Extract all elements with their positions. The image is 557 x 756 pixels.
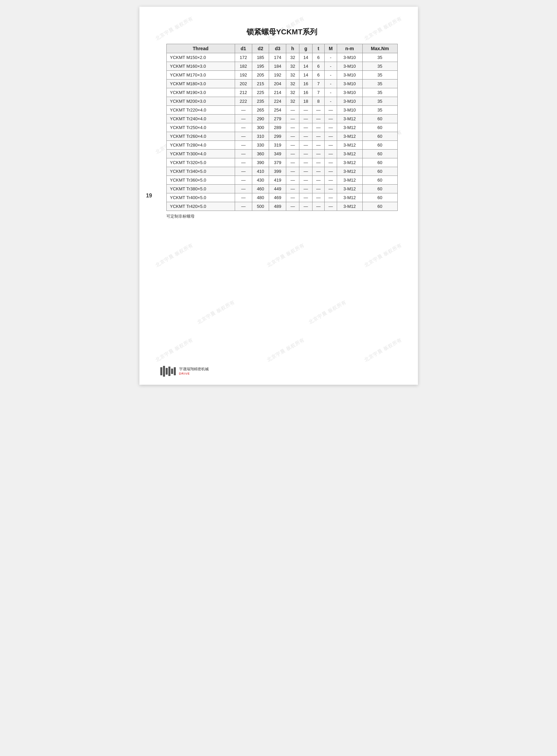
table-cell-r10-c2: 330 [252, 141, 269, 149]
table-cell-r0-c7: - [325, 53, 337, 62]
svg-rect-0 [160, 367, 162, 375]
table-cell-r15-c6: — [312, 185, 324, 193]
table-cell-r4-c8: 3-M10 [337, 88, 362, 97]
table-cell-r12-c0: YCKMT Tr320×5.0 [166, 158, 235, 167]
page-title: 锁紧螺母YCKMT系列 [166, 27, 398, 37]
table-cell-r2-c1: 192 [235, 71, 252, 80]
table-cell-r7-c7: — [325, 115, 337, 123]
table-row: YCKMT Tr300×4.0—360349————3-M1260 [166, 149, 398, 158]
svg-rect-4 [171, 369, 173, 374]
table-cell-r11-c8: 3-M12 [337, 149, 362, 158]
table-cell-r0-c6: 6 [312, 53, 324, 62]
table-cell-r2-c6: 6 [312, 71, 324, 80]
table-cell-r4-c3: 214 [269, 88, 286, 97]
brand-label: DRIVE [179, 372, 209, 376]
table-cell-r0-c9: 35 [362, 53, 398, 62]
table-cell-r0-c3: 174 [269, 53, 286, 62]
table-cell-r11-c9: 60 [362, 149, 398, 158]
table-cell-r6-c0: YCKMT Tr220×4.0 [166, 106, 235, 115]
table-cell-r8-c9: 60 [362, 123, 398, 132]
table-cell-r10-c3: 319 [269, 141, 286, 149]
table-cell-r6-c9: 35 [362, 106, 398, 115]
table-cell-r1-c7: - [325, 62, 337, 71]
table-cell-r7-c0: YCKMT Tr240×4.0 [166, 115, 235, 123]
table-cell-r17-c6: — [312, 202, 324, 211]
table-cell-r15-c9: 60 [362, 185, 398, 193]
table-header-t: t [312, 44, 324, 53]
table-cell-r10-c1: — [235, 141, 252, 149]
table-cell-r3-c8: 3-M10 [337, 80, 362, 88]
table-cell-r11-c2: 360 [252, 149, 269, 158]
table-cell-r2-c9: 35 [362, 71, 398, 80]
table-row: YCKMT M160×3.018219518432146-3-M1035 [166, 62, 398, 71]
table-cell-r1-c5: 14 [299, 62, 313, 71]
table-cell-r0-c0: YCKMT M150×2.0 [166, 53, 235, 62]
table-cell-r11-c4: — [286, 149, 299, 158]
table-cell-r2-c7: - [325, 71, 337, 80]
table-cell-r5-c7: - [325, 97, 337, 106]
table-cell-r17-c1: — [235, 202, 252, 211]
table-cell-r12-c2: 390 [252, 158, 269, 167]
table-row: YCKMT Tr420×5.0—500489————3-M1260 [166, 202, 398, 211]
table-cell-r17-c7: — [325, 202, 337, 211]
table-cell-r14-c9: 60 [362, 176, 398, 185]
table-cell-r13-c9: 60 [362, 167, 398, 176]
specs-table: Threadd1d2d3hgtMn-mMax.Nm YCKMT M150×2.0… [166, 44, 398, 211]
table-cell-r15-c7: — [325, 185, 337, 193]
table-cell-r9-c7: — [325, 132, 337, 141]
table-cell-r8-c7: — [325, 123, 337, 132]
table-cell-r10-c0: YCKMT Tr280×4.0 [166, 141, 235, 149]
table-cell-r7-c2: 290 [252, 115, 269, 123]
table-cell-r11-c5: — [299, 149, 313, 158]
table-cell-r13-c8: 3-M12 [337, 167, 362, 176]
table-cell-r11-c3: 349 [269, 149, 286, 158]
table-cell-r16-c3: 469 [269, 193, 286, 202]
table-cell-r4-c6: 7 [312, 88, 324, 97]
table-cell-r16-c8: 3-M12 [337, 193, 362, 202]
table-row: YCKMT Tr320×5.0—390379————3-M1260 [166, 158, 398, 167]
table-row: YCKMT Tr380×5.0—460449————3-M1260 [166, 185, 398, 193]
table-cell-r16-c6: — [312, 193, 324, 202]
table-cell-r15-c4: — [286, 185, 299, 193]
table-cell-r0-c8: 3-M10 [337, 53, 362, 62]
table-cell-r16-c7: — [325, 193, 337, 202]
table-cell-r14-c2: 430 [252, 176, 269, 185]
table-header-n-m: n-m [337, 44, 362, 53]
table-cell-r8-c8: 3-M12 [337, 123, 362, 132]
table-cell-r2-c8: 3-M10 [337, 71, 362, 80]
table-row: YCKMT Tr360×5.0—430419————3-M1260 [166, 176, 398, 185]
svg-rect-3 [168, 367, 170, 376]
table-cell-r16-c4: — [286, 193, 299, 202]
table-cell-r5-c1: 222 [235, 97, 252, 106]
table-cell-r4-c1: 212 [235, 88, 252, 97]
svg-rect-2 [166, 368, 168, 375]
table-cell-r7-c9: 60 [362, 115, 398, 123]
table-cell-r17-c8: 3-M12 [337, 202, 362, 211]
table-cell-r10-c7: — [325, 141, 337, 149]
table-cell-r14-c5: — [299, 176, 313, 185]
table-cell-r3-c5: 16 [299, 80, 313, 88]
table-cell-r4-c2: 225 [252, 88, 269, 97]
table-cell-r1-c3: 184 [269, 62, 286, 71]
table-cell-r17-c5: — [299, 202, 313, 211]
table-header-m: M [325, 44, 337, 53]
table-cell-r11-c0: YCKMT Tr300×4.0 [166, 149, 235, 158]
table-cell-r14-c7: — [325, 176, 337, 185]
table-cell-r6-c7: — [325, 106, 337, 115]
table-cell-r14-c1: — [235, 176, 252, 185]
table-row: YCKMT Tr280×4.0—330319————3-M1260 [166, 141, 398, 149]
table-cell-r8-c2: 300 [252, 123, 269, 132]
table-row: YCKMT Tr240×4.0—290279————3-M1260 [166, 115, 398, 123]
table-cell-r6-c6: — [312, 106, 324, 115]
company-logo-icon [159, 365, 176, 378]
table-cell-r9-c2: 310 [252, 132, 269, 141]
table-cell-r5-c6: 8 [312, 97, 324, 106]
company-name-text: 宇晟瑞翔精密机械 DRIVE [179, 367, 209, 376]
table-cell-r4-c5: 16 [299, 88, 313, 97]
table-cell-r1-c8: 3-M10 [337, 62, 362, 71]
table-row: YCKMT M180×3.020221520432167-3-M1035 [166, 80, 398, 88]
table-cell-r9-c5: — [299, 132, 313, 141]
table-cell-r15-c0: YCKMT Tr380×5.0 [166, 185, 235, 193]
table-cell-r1-c9: 35 [362, 62, 398, 71]
table-cell-r5-c0: YCKMT M200×3.0 [166, 97, 235, 106]
